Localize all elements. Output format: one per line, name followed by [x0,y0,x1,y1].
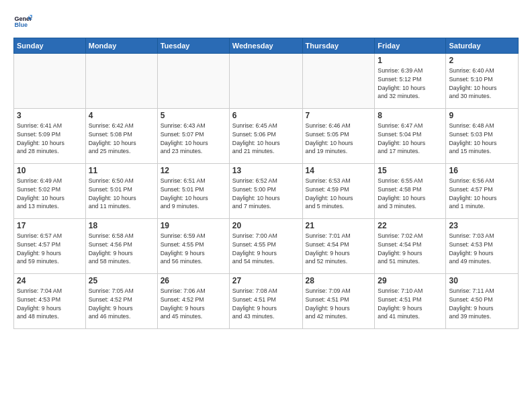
day-number: 14 [306,166,372,175]
day-info: Sunrise: 7:08 AM Sunset: 4:51 PM Dayligh… [232,287,300,321]
day-info: Sunrise: 7:10 AM Sunset: 4:51 PM Dayligh… [378,287,443,321]
day-cell-17: 17Sunrise: 6:57 AM Sunset: 4:57 PM Dayli… [14,219,86,274]
weekday-monday: Monday [85,38,157,54]
weekday-thursday: Thursday [302,38,375,54]
day-info: Sunrise: 6:47 AM Sunset: 5:04 PM Dayligh… [378,122,443,156]
day-info: Sunrise: 7:06 AM Sunset: 4:52 PM Dayligh… [161,287,226,321]
weekday-header-row: SundayMondayTuesdayWednesdayThursdayFrid… [14,38,519,54]
day-number: 4 [89,111,154,120]
day-number: 26 [161,276,226,285]
day-number: 25 [89,276,154,285]
day-cell-13: 13Sunrise: 6:52 AM Sunset: 5:00 PM Dayli… [229,164,302,219]
day-number: 29 [378,276,443,285]
day-info: Sunrise: 6:42 AM Sunset: 5:08 PM Dayligh… [89,122,154,156]
day-cell-23: 23Sunrise: 7:03 AM Sunset: 4:53 PM Dayli… [446,219,519,274]
day-info: Sunrise: 7:01 AM Sunset: 4:54 PM Dayligh… [306,232,372,266]
week-row-1: 3Sunrise: 6:41 AM Sunset: 5:09 PM Daylig… [14,109,519,164]
day-info: Sunrise: 6:45 AM Sunset: 5:06 PM Dayligh… [232,122,300,156]
empty-cell [229,54,302,109]
day-info: Sunrise: 6:41 AM Sunset: 5:09 PM Dayligh… [17,122,83,156]
empty-cell [85,54,157,109]
day-cell-18: 18Sunrise: 6:58 AM Sunset: 4:56 PM Dayli… [85,219,157,274]
day-number: 22 [378,221,443,230]
svg-text:Blue: Blue [14,21,28,28]
day-cell-29: 29Sunrise: 7:10 AM Sunset: 4:51 PM Dayli… [375,274,446,329]
day-number: 15 [378,166,443,175]
weekday-saturday: Saturday [446,38,519,54]
day-number: 28 [306,276,372,285]
day-cell-12: 12Sunrise: 6:51 AM Sunset: 5:01 PM Dayli… [157,164,229,219]
day-info: Sunrise: 7:03 AM Sunset: 4:53 PM Dayligh… [449,232,515,266]
day-info: Sunrise: 6:46 AM Sunset: 5:05 PM Dayligh… [306,122,372,156]
week-row-4: 24Sunrise: 7:04 AM Sunset: 4:53 PM Dayli… [14,274,519,329]
day-info: Sunrise: 6:49 AM Sunset: 5:02 PM Dayligh… [17,177,83,211]
logo: General Blue [13,12,32,31]
day-info: Sunrise: 6:53 AM Sunset: 4:59 PM Dayligh… [306,177,372,211]
day-cell-30: 30Sunrise: 7:11 AM Sunset: 4:50 PM Dayli… [446,274,519,329]
day-number: 23 [449,221,515,230]
logo-icon: General Blue [13,12,32,31]
day-cell-8: 8Sunrise: 6:47 AM Sunset: 5:04 PM Daylig… [375,109,446,164]
day-number: 19 [161,221,226,230]
weekday-wednesday: Wednesday [229,38,302,54]
day-number: 5 [161,111,226,120]
day-info: Sunrise: 6:50 AM Sunset: 5:01 PM Dayligh… [89,177,154,211]
day-number: 3 [17,111,83,120]
day-info: Sunrise: 6:52 AM Sunset: 5:00 PM Dayligh… [232,177,300,211]
day-info: Sunrise: 6:59 AM Sunset: 4:55 PM Dayligh… [161,232,226,266]
day-cell-7: 7Sunrise: 6:46 AM Sunset: 5:05 PM Daylig… [302,109,375,164]
day-number: 17 [17,221,83,230]
day-info: Sunrise: 7:05 AM Sunset: 4:52 PM Dayligh… [89,287,154,321]
day-info: Sunrise: 7:11 AM Sunset: 4:50 PM Dayligh… [449,287,515,321]
day-info: Sunrise: 6:51 AM Sunset: 5:01 PM Dayligh… [161,177,226,211]
day-info: Sunrise: 6:55 AM Sunset: 4:58 PM Dayligh… [378,177,443,211]
day-cell-2: 2Sunrise: 6:40 AM Sunset: 5:10 PM Daylig… [446,54,519,109]
day-number: 30 [449,276,515,285]
day-number: 8 [378,111,443,120]
day-number: 13 [232,166,300,175]
week-row-2: 10Sunrise: 6:49 AM Sunset: 5:02 PM Dayli… [14,164,519,219]
day-number: 20 [232,221,300,230]
empty-cell [14,54,86,109]
day-info: Sunrise: 6:57 AM Sunset: 4:57 PM Dayligh… [17,232,83,266]
day-number: 7 [306,111,372,120]
day-number: 2 [449,56,515,65]
day-cell-25: 25Sunrise: 7:05 AM Sunset: 4:52 PM Dayli… [85,274,157,329]
calendar-table: SundayMondayTuesdayWednesdayThursdayFrid… [13,38,519,329]
day-cell-11: 11Sunrise: 6:50 AM Sunset: 5:01 PM Dayli… [85,164,157,219]
day-number: 12 [161,166,226,175]
day-cell-5: 5Sunrise: 6:43 AM Sunset: 5:07 PM Daylig… [157,109,229,164]
day-cell-20: 20Sunrise: 7:00 AM Sunset: 4:55 PM Dayli… [229,219,302,274]
day-info: Sunrise: 7:02 AM Sunset: 4:54 PM Dayligh… [378,232,443,266]
day-number: 18 [89,221,154,230]
day-cell-24: 24Sunrise: 7:04 AM Sunset: 4:53 PM Dayli… [14,274,86,329]
day-info: Sunrise: 7:04 AM Sunset: 4:53 PM Dayligh… [17,287,83,321]
day-info: Sunrise: 6:43 AM Sunset: 5:07 PM Dayligh… [161,122,226,156]
day-cell-4: 4Sunrise: 6:42 AM Sunset: 5:08 PM Daylig… [85,109,157,164]
day-cell-3: 3Sunrise: 6:41 AM Sunset: 5:09 PM Daylig… [14,109,86,164]
day-cell-27: 27Sunrise: 7:08 AM Sunset: 4:51 PM Dayli… [229,274,302,329]
week-row-3: 17Sunrise: 6:57 AM Sunset: 4:57 PM Dayli… [14,219,519,274]
day-cell-21: 21Sunrise: 7:01 AM Sunset: 4:54 PM Dayli… [302,219,375,274]
weekday-friday: Friday [375,38,446,54]
day-number: 1 [378,56,443,65]
day-number: 21 [306,221,372,230]
day-number: 10 [17,166,83,175]
day-cell-6: 6Sunrise: 6:45 AM Sunset: 5:06 PM Daylig… [229,109,302,164]
weekday-sunday: Sunday [14,38,86,54]
day-info: Sunrise: 6:40 AM Sunset: 5:10 PM Dayligh… [449,66,515,101]
empty-cell [157,54,229,109]
day-cell-9: 9Sunrise: 6:48 AM Sunset: 5:03 PM Daylig… [446,109,519,164]
day-info: Sunrise: 6:39 AM Sunset: 5:12 PM Dayligh… [378,66,443,101]
day-number: 11 [89,166,154,175]
page: General Blue SundayMondayTuesdayWednesda… [0,0,532,411]
day-info: Sunrise: 6:48 AM Sunset: 5:03 PM Dayligh… [449,122,515,156]
day-cell-22: 22Sunrise: 7:02 AM Sunset: 4:54 PM Dayli… [375,219,446,274]
header: General Blue [13,12,519,31]
day-info: Sunrise: 6:56 AM Sunset: 4:57 PM Dayligh… [449,177,515,211]
day-cell-16: 16Sunrise: 6:56 AM Sunset: 4:57 PM Dayli… [446,164,519,219]
day-info: Sunrise: 7:09 AM Sunset: 4:51 PM Dayligh… [306,287,372,321]
day-cell-19: 19Sunrise: 6:59 AM Sunset: 4:55 PM Dayli… [157,219,229,274]
day-number: 16 [449,166,515,175]
week-row-0: 1Sunrise: 6:39 AM Sunset: 5:12 PM Daylig… [14,54,519,109]
